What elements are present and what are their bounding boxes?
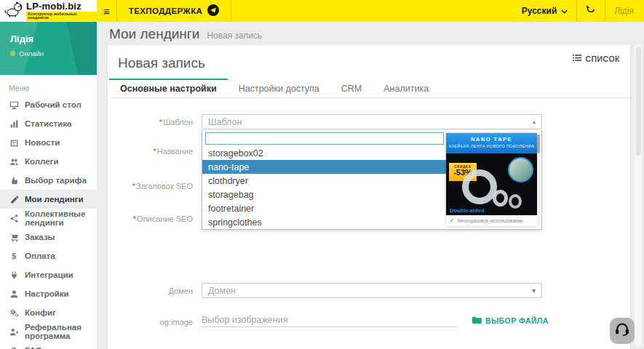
chevron-down-icon: ▾ <box>532 286 536 294</box>
support-chat-button[interactable] <box>610 318 635 344</box>
preview-header: NANO TAPE КЛЕЙКАЯ ЛЕНТА НОВОГО ПОКОЛЕНИЯ <box>446 133 537 153</box>
usage-photo-inset <box>508 157 533 182</box>
dropdown-scrollbar[interactable] <box>537 133 540 226</box>
sidebar-item-news[interactable]: Новости <box>0 133 97 152</box>
template-select-placeholder: Шаблон <box>208 117 242 127</box>
template-label: *Шаблон <box>108 118 193 127</box>
list-button[interactable]: СПИСОК <box>573 54 620 63</box>
template-option[interactable]: storagebag <box>202 188 446 201</box>
language-selector[interactable]: Русский <box>513 0 577 22</box>
top-header: LP-mobi.biz Конструктор мобильных лендин… <box>0 0 644 22</box>
sidebar-item-colleagues[interactable]: Коллеги <box>0 152 97 171</box>
user-plus-icon <box>9 327 19 337</box>
language-label: Русский <box>522 6 557 16</box>
tab-main-settings[interactable]: Основные настройки <box>109 79 228 97</box>
template-option[interactable]: clothdryer <box>202 174 446 188</box>
plug-icon <box>9 270 19 280</box>
tape-roll-graphic <box>509 194 522 209</box>
sidebar-item-referral[interactable]: Реферальная программа <box>0 322 97 341</box>
preview-title: NANO TAPE <box>446 136 537 143</box>
new-record-card: СПИСОК Новая запись Основные настройки Н… <box>108 45 630 349</box>
template-preview-image: NANO TAPE КЛЕЙКАЯ ЛЕНТА НОВОГО ПОКОЛЕНИЯ… <box>446 133 537 226</box>
header-username[interactable]: Лідія <box>605 0 644 22</box>
tab-bar: Основные настройки Настройки доступа CRM… <box>109 79 630 98</box>
share-icon <box>9 214 19 223</box>
tape-roll-graphic <box>493 190 508 206</box>
check-icon: ✔ <box>450 217 455 224</box>
domain-label: Домен <box>108 286 193 295</box>
template-options-list: storagebox02 nano-tape clothdryer storag… <box>202 146 446 229</box>
folder-icon <box>472 316 482 326</box>
sidebar-item-orders[interactable]: Заказы <box>0 228 97 246</box>
og-image-label: og:image <box>108 318 193 326</box>
stats-icon <box>9 119 19 129</box>
users-icon <box>9 157 19 167</box>
domain-select[interactable]: Домен ▾ <box>202 283 542 298</box>
page-scrollbar[interactable] <box>635 44 642 346</box>
page-scrollbar-thumb[interactable] <box>636 47 641 156</box>
page-title: Мои лендинги <box>109 26 199 42</box>
tab-crm[interactable]: CRM <box>330 79 373 97</box>
name-label: *Название <box>108 147 193 156</box>
hamburger-menu-icon[interactable]: ≡ <box>97 0 117 22</box>
preview-subtitle: КЛЕЙКАЯ ЛЕНТА НОВОГО ПОКОЛЕНИЯ <box>446 144 537 148</box>
dollar-icon: $ <box>9 252 19 260</box>
pencil-icon <box>9 195 19 204</box>
tab-access-settings[interactable]: Настройки доступа <box>228 79 330 97</box>
sidebar-item-desktop[interactable]: Рабочий стол <box>0 95 97 114</box>
chevron-up-icon: ▴ <box>533 119 536 125</box>
dropdown-scrollbar-thumb[interactable] <box>537 135 540 153</box>
tab-analytics[interactable]: Аналитика <box>373 79 440 97</box>
gears-icon <box>9 308 19 318</box>
template-option[interactable]: footretainer <box>202 201 446 215</box>
template-select[interactable]: Шаблон ▴ <box>202 114 542 129</box>
file-select-button[interactable]: ВЫБОР ФАЙЛА <box>472 316 549 326</box>
template-option[interactable]: springclothes <box>202 215 446 229</box>
hand-icon <box>9 176 19 185</box>
telegram-icon <box>207 4 219 17</box>
menu-section-label: Меню <box>0 75 97 95</box>
seo-desc-label: *Описание SEO <box>108 214 193 223</box>
template-search-input[interactable] <box>205 132 444 145</box>
sidebar-item-integrations[interactable]: Интеграции <box>0 265 97 284</box>
preview-feature-row: ✔ Многоразовое использование <box>446 215 537 226</box>
seo-title-label: *Заголовок SEO <box>108 182 193 190</box>
logo-title: LP-mobi.biz <box>26 1 97 11</box>
og-image-input[interactable] <box>202 313 457 327</box>
template-option[interactable]: storagebox02 <box>202 146 446 160</box>
refresh-button[interactable] <box>576 0 605 22</box>
domain-select-placeholder: Домен <box>208 286 236 296</box>
logo-subtitle: Конструктор мобильных лендингов <box>26 12 97 21</box>
dog-logo-icon <box>4 1 23 21</box>
list-icon <box>573 54 581 63</box>
sidebar-item-stats[interactable]: Статистика <box>0 114 97 133</box>
sidebar-item-payment[interactable]: $ Оплата <box>0 246 97 265</box>
app-logo[interactable]: LP-mobi.biz Конструктор мобильных лендин… <box>0 0 97 22</box>
question-icon: ? <box>9 346 19 349</box>
support-label: ТЕХПОДДЕРЖКА <box>129 7 203 15</box>
cart-icon <box>9 233 19 242</box>
sidebar-item-tariff[interactable]: Выбор тарифа <box>0 171 97 190</box>
news-icon <box>9 138 19 148</box>
preview-product-area: СКИДКА -53% Double-sided <box>446 153 537 215</box>
sidebar-item-collective-landings[interactable]: Коллективные лендинги <box>0 209 97 228</box>
sidebar: Лідія Онлайн Меню Рабочий стол Статистик… <box>0 22 97 349</box>
sidebar-item-my-landings[interactable]: Мои лендинги <box>0 190 97 209</box>
online-status-dot <box>10 51 15 56</box>
chevron-down-icon <box>561 6 568 16</box>
online-status-label: Онлайн <box>19 49 44 57</box>
sidebar-menu: Рабочий стол Статистика Новости Коллеги … <box>0 95 97 349</box>
sidebar-item-settings[interactable]: Настройки <box>0 284 97 303</box>
sidebar-user-name: Лідія <box>10 33 97 44</box>
refresh-icon <box>586 4 596 17</box>
page-subtitle: Новая запись <box>207 31 262 41</box>
sidebar-item-config[interactable]: Конфиг <box>0 303 97 322</box>
card-title: Новая запись <box>118 55 205 71</box>
user-icon <box>9 289 19 299</box>
headset-icon <box>613 321 631 341</box>
tech-support-button[interactable]: ТЕХПОДДЕРЖКА <box>117 0 232 22</box>
template-option-selected[interactable]: nano-tape <box>202 160 446 174</box>
sidebar-user-panel: Лідія Онлайн <box>0 22 97 75</box>
template-dropdown-panel: storagebox02 nano-tape clothdryer storag… <box>202 130 542 230</box>
sidebar-item-faq[interactable]: ? FAQ <box>0 341 97 349</box>
